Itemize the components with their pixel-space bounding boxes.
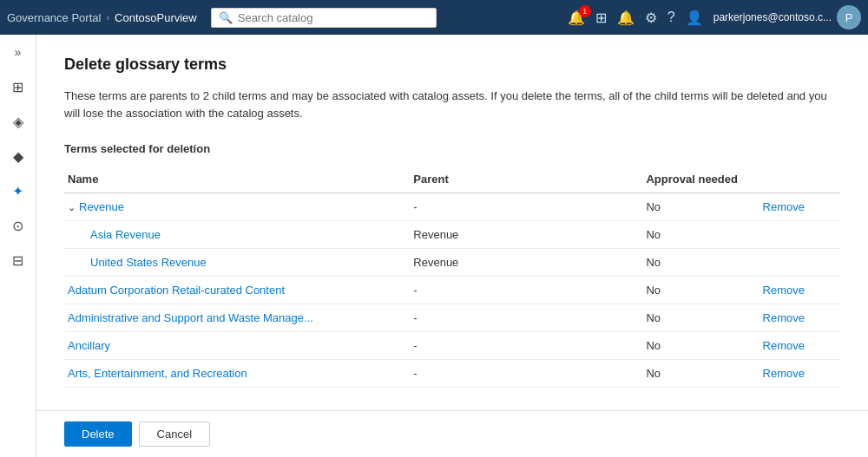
table-row: Asia RevenueRevenueNo bbox=[64, 221, 840, 249]
sidebar-item-home[interactable]: ⊞ bbox=[3, 71, 34, 102]
main-layout: » ⊞ ◈ ◆ ✦ ⊙ ⊟ Delete glossary terms Thes… bbox=[0, 35, 868, 457]
remove-button[interactable]: Remove bbox=[763, 339, 805, 352]
cancel-button[interactable]: Cancel bbox=[139, 421, 210, 447]
management-icon: ⊟ bbox=[12, 252, 23, 269]
search-bar[interactable]: 🔍 bbox=[211, 8, 437, 28]
table-row: Arts, Entertainment, and Recreation-NoRe… bbox=[64, 360, 840, 388]
content-body: Delete glossary terms These terms are pa… bbox=[36, 35, 868, 410]
term-parent: Revenue bbox=[413, 249, 646, 277]
brand-purview-text: ContosoPurview bbox=[115, 11, 197, 24]
term-approval: No bbox=[646, 360, 762, 388]
glossary-icon: ✦ bbox=[12, 183, 23, 199]
term-action: Remove bbox=[763, 304, 840, 332]
sidebar-item-insights[interactable]: ◆ bbox=[3, 140, 34, 172]
table-row: Adatum Corporation Retail-curated Conten… bbox=[64, 277, 840, 304]
col-header-parent: Parent bbox=[413, 166, 646, 193]
remove-button[interactable]: Remove bbox=[763, 284, 805, 297]
term-parent: - bbox=[413, 277, 646, 304]
help-button[interactable]: ? bbox=[667, 10, 675, 25]
term-action: Remove bbox=[763, 277, 840, 304]
term-name-link[interactable]: Asia Revenue bbox=[90, 228, 161, 241]
sidebar-item-management[interactable]: ⊟ bbox=[3, 245, 34, 276]
term-action bbox=[763, 249, 840, 277]
feedback-icon: 👤 bbox=[686, 10, 703, 26]
term-parent: - bbox=[413, 304, 646, 332]
remove-button[interactable]: Remove bbox=[763, 367, 805, 380]
col-header-action bbox=[763, 166, 840, 193]
col-header-name: Name bbox=[64, 166, 413, 193]
search-icon: 🔍 bbox=[219, 11, 233, 24]
col-header-approval: Approval needed bbox=[646, 166, 762, 193]
user-profile[interactable]: parkerjones@contoso.c... P bbox=[713, 5, 861, 29]
topbar: Governance Portal › ContosoPurview 🔍 🔔 1… bbox=[0, 0, 868, 35]
insights-icon: ◆ bbox=[13, 148, 23, 165]
brand: Governance Portal › ContosoPurview bbox=[7, 11, 197, 24]
chevron-down-icon[interactable]: ⌄ bbox=[68, 202, 76, 212]
table-row: Administrative and Support and Waste Man… bbox=[64, 304, 840, 332]
home-icon: ⊞ bbox=[12, 79, 23, 95]
term-approval: No bbox=[646, 277, 762, 304]
term-action: Remove bbox=[763, 193, 840, 221]
table-row: ⌄Revenue-NoRemove bbox=[64, 193, 840, 221]
terms-table: Name Parent Approval needed ⌄Revenue-NoR… bbox=[64, 166, 840, 388]
term-action bbox=[763, 221, 840, 249]
term-name-link[interactable]: Arts, Entertainment, and Recreation bbox=[68, 367, 247, 380]
term-name-link[interactable]: Revenue bbox=[79, 200, 124, 213]
page-title: Delete glossary terms bbox=[64, 55, 840, 74]
sidebar: » ⊞ ◈ ◆ ✦ ⊙ ⊟ bbox=[0, 35, 36, 457]
catalog-icon: ◈ bbox=[13, 114, 23, 130]
connections-icon: ⊞ bbox=[595, 10, 607, 26]
brand-gov-text: Governance Portal bbox=[7, 11, 101, 24]
term-name-link[interactable]: United States Revenue bbox=[90, 256, 207, 269]
table-row: United States RevenueRevenueNo bbox=[64, 249, 840, 277]
table-header-row: Name Parent Approval needed bbox=[64, 166, 840, 193]
sidebar-item-glossary[interactable]: ✦ bbox=[3, 175, 34, 206]
term-approval: No bbox=[646, 304, 762, 332]
sidebar-expand-button[interactable]: » bbox=[4, 42, 32, 62]
brand-chevron: › bbox=[106, 12, 109, 23]
term-approval: No bbox=[646, 193, 762, 221]
topbar-icons: 🔔 1 ⊞ 🔔 ⚙ ? 👤 parkerjones@contoso.c... P bbox=[568, 5, 861, 29]
notification-badge: 1 bbox=[579, 5, 591, 17]
sidebar-item-catalog[interactable]: ◈ bbox=[3, 106, 34, 137]
term-approval: No bbox=[646, 249, 762, 277]
remove-button[interactable]: Remove bbox=[763, 200, 805, 213]
term-parent: - bbox=[413, 332, 646, 360]
term-action: Remove bbox=[763, 332, 840, 360]
alerts-button[interactable]: 🔔 bbox=[617, 10, 635, 26]
term-parent: Revenue bbox=[413, 221, 646, 249]
term-parent: - bbox=[413, 193, 646, 221]
delete-button[interactable]: Delete bbox=[64, 421, 132, 447]
gear-icon: ⚙ bbox=[645, 10, 657, 26]
sidebar-item-lineage[interactable]: ⊙ bbox=[3, 210, 34, 241]
term-approval: No bbox=[646, 221, 762, 249]
feedback-button[interactable]: 👤 bbox=[686, 10, 703, 26]
alert-icon: 🔔 bbox=[617, 10, 635, 26]
term-action: Remove bbox=[763, 360, 840, 388]
term-approval: No bbox=[646, 332, 762, 360]
term-parent: - bbox=[413, 360, 646, 388]
settings-button[interactable]: ⚙ bbox=[645, 10, 657, 26]
user-email: parkerjones@contoso.c... bbox=[713, 11, 832, 23]
remove-button[interactable]: Remove bbox=[763, 311, 805, 324]
warning-text: These terms are parents to 2 child terms… bbox=[64, 88, 828, 121]
search-input[interactable] bbox=[238, 11, 429, 24]
chevron-right-icon: » bbox=[15, 45, 22, 59]
content-area: Delete glossary terms These terms are pa… bbox=[36, 35, 868, 457]
avatar: P bbox=[837, 5, 861, 29]
footer: Delete Cancel bbox=[36, 410, 868, 457]
lineage-icon: ⊙ bbox=[12, 218, 23, 234]
term-name-link[interactable]: Adatum Corporation Retail-curated Conten… bbox=[68, 284, 285, 297]
connections-button[interactable]: ⊞ bbox=[595, 10, 607, 26]
table-row: Ancillary-NoRemove bbox=[64, 332, 840, 360]
term-name-link[interactable]: Administrative and Support and Waste Man… bbox=[68, 311, 313, 324]
section-label: Terms selected for deletion bbox=[64, 142, 840, 155]
notifications-button[interactable]: 🔔 1 bbox=[568, 10, 585, 26]
term-name-link[interactable]: Ancillary bbox=[68, 339, 110, 352]
help-icon: ? bbox=[667, 10, 675, 25]
